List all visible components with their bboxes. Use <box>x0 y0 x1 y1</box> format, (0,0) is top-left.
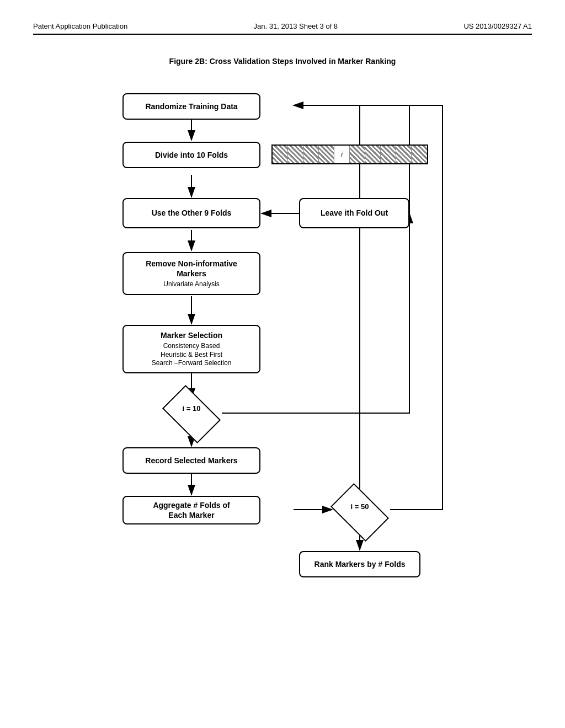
box-aggregate: Aggregate # Folds ofEach Marker <box>122 496 260 524</box>
box-leave-ith: Leave ith Fold Out <box>299 198 409 228</box>
box-divide: Divide into 10 Folds <box>122 142 260 168</box>
box-use-other-label: Use the Other 9 Folds <box>152 208 232 218</box>
box-record-label: Record Selected Markers <box>145 456 237 465</box>
diamond-i10: i = 10 <box>161 398 222 431</box>
page-header: Patent Application Publication Jan. 31, … <box>33 22 532 35</box>
segment-bar: i <box>271 144 428 164</box>
header-center: Jan. 31, 2013 Sheet 3 of 8 <box>254 22 338 30</box>
box-record: Record Selected Markers <box>122 447 260 474</box>
flowchart: Randomize Training Data Divide into 10 F… <box>89 82 476 661</box>
box-remove-non: Remove Non-informativeMarkers Univariate… <box>122 252 260 295</box>
box-marker-sel: Marker Selection Consistency BasedHeuris… <box>122 325 260 373</box>
figure-caption: Figure 2B: Cross Validation Steps Involv… <box>33 57 532 66</box>
box-randomize: Randomize Training Data <box>122 93 260 120</box>
page: Patent Application Publication Jan. 31, … <box>0 0 565 728</box>
diamond-i50: i = 50 <box>329 496 390 529</box>
box-randomize-label: Randomize Training Data <box>145 101 237 111</box>
box-rank: Rank Markers by # Folds <box>299 551 420 577</box>
box-rank-label: Rank Markers by # Folds <box>315 559 406 569</box>
box-divide-label: Divide into 10 Folds <box>155 150 228 160</box>
header-right: US 2013/0029327 A1 <box>463 22 532 30</box>
box-use-other: Use the Other 9 Folds <box>122 198 260 228</box>
box-leave-ith-label: Leave ith Fold Out <box>321 208 388 218</box>
header-left: Patent Application Publication <box>33 22 127 30</box>
